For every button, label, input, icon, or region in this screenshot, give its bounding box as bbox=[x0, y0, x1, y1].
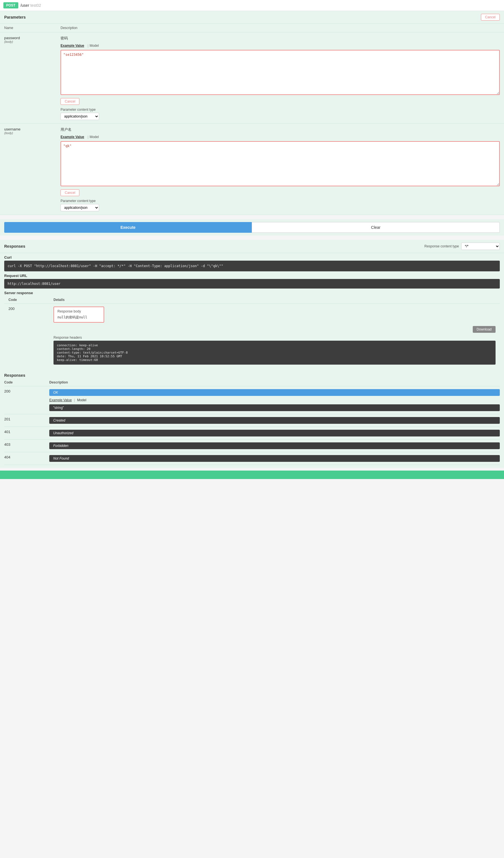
method-badge: POST bbox=[3, 2, 18, 9]
execute-button[interactable]: Execute bbox=[4, 222, 252, 233]
status-badge: Not Found bbox=[49, 455, 500, 462]
bottom-response-row: 401Unauthorized bbox=[4, 427, 500, 440]
bottom-responses-table: Code Description 200OK Example Value | M… bbox=[4, 379, 500, 465]
param1-content-type-label: Parameter content type bbox=[61, 108, 500, 112]
clear-button[interactable]: Clear bbox=[252, 222, 500, 233]
curl-code: curl -X POST "http://localhost:8081/user… bbox=[4, 261, 500, 271]
bottom-response-desc-cell: Not Found bbox=[49, 452, 500, 465]
parameters-cancel-button[interactable]: Cancel bbox=[481, 14, 500, 20]
execute-row: Execute Clear bbox=[0, 219, 504, 236]
param-desc-cell-username: 用户名 Example Value | Model "qk" Cancel Pa… bbox=[56, 124, 504, 215]
param-source-username: (body) bbox=[4, 131, 52, 135]
sr-code-header: Code bbox=[4, 296, 49, 304]
param-desc-cell-password: 密码 Example Value | Model "se123456" Canc… bbox=[56, 32, 504, 124]
bottom-response-code-cell: 401 bbox=[4, 427, 49, 440]
param-label-username: 用户名 bbox=[61, 127, 500, 132]
example-value-badge: "string" bbox=[49, 404, 500, 411]
bottom-response-desc-cell: Unauthorized bbox=[49, 427, 500, 440]
download-row: Download bbox=[53, 326, 495, 333]
status-badge: Forbidden bbox=[49, 442, 500, 449]
bottom-code-header: Code bbox=[4, 379, 49, 386]
download-button[interactable]: Download bbox=[473, 326, 495, 333]
bottom-response-desc-cell: Forbidden bbox=[49, 440, 500, 452]
bottom-response-row: 403Forbidden bbox=[4, 440, 500, 452]
bottom-response-row: 200OK Example Value | Model "string" bbox=[4, 386, 500, 414]
response-content-type-row: Response content type */* application/js… bbox=[424, 243, 500, 250]
param2-actions: Cancel bbox=[61, 189, 500, 196]
server-response-code: 200 bbox=[4, 304, 49, 368]
status-badge: OK bbox=[49, 389, 500, 396]
responses-section-title: Responses bbox=[4, 244, 25, 249]
request-url-label: Request URL bbox=[4, 271, 500, 279]
responses-section-header: Responses Response content type */* appl… bbox=[0, 240, 504, 253]
bottom-response-row: 201Created bbox=[4, 414, 500, 427]
server-response-label: Server response bbox=[4, 288, 500, 296]
param2-tabs: Example Value | Model bbox=[61, 134, 500, 140]
param2-content-type-label: Parameter content type bbox=[61, 199, 500, 203]
bottom-response-desc-cell: OK Example Value | Model "string" bbox=[49, 386, 500, 414]
bottom-response-code-cell: 403 bbox=[4, 440, 49, 452]
bottom-description-header: Description bbox=[49, 379, 500, 386]
param1-model-tab[interactable]: Model bbox=[90, 43, 101, 48]
curl-label: Curl bbox=[4, 253, 500, 261]
bottom-response-code-cell: 200 bbox=[4, 386, 49, 414]
param-row-username: username (body) 用户名 Example Value | Mode… bbox=[0, 124, 504, 215]
param-name-password: password bbox=[4, 36, 52, 40]
status-badge: Unauthorized bbox=[49, 430, 500, 436]
response-headers-label: Response headers bbox=[53, 336, 495, 339]
response-content-type-label: Response content type bbox=[424, 244, 459, 248]
response-body-label: Response body bbox=[58, 309, 100, 313]
param1-cancel-button[interactable]: Cancel bbox=[61, 98, 79, 105]
request-url-box: http://localhost:8081/user bbox=[4, 279, 500, 288]
param-name-cell: password (body) bbox=[0, 32, 56, 124]
param1-textarea[interactable]: "se123456" bbox=[61, 50, 500, 95]
col-description-header: Description bbox=[56, 24, 504, 32]
curl-section: Curl curl -X POST "http://localhost:8081… bbox=[0, 253, 504, 370]
bottom-response-desc-cell: Created bbox=[49, 414, 500, 427]
param2-cancel-button[interactable]: Cancel bbox=[61, 189, 79, 196]
bottom-responses-title: Responses bbox=[4, 373, 25, 378]
param-name-username: username bbox=[4, 127, 52, 131]
response-body-box: Response body null的密码是null bbox=[53, 306, 104, 323]
parameters-table: Name Description password (body) 密码 Exam… bbox=[0, 24, 504, 215]
bottom-green-strip bbox=[0, 471, 504, 479]
bottom-responses-section: Responses Code Description 200OK Example… bbox=[0, 370, 504, 468]
param-label-password: 密码 bbox=[61, 36, 500, 41]
status-badge: Created bbox=[49, 417, 500, 424]
server-response-row: 200 Response body null的密码是null Download … bbox=[4, 304, 500, 368]
param-row-password: password (body) 密码 Example Value | Model… bbox=[0, 32, 504, 124]
server-response-table: Code Details 200 Response body null的密码是n… bbox=[4, 296, 500, 367]
example-value-tab-row: Example Value | Model bbox=[49, 398, 500, 402]
bottom-response-code-cell: 404 bbox=[4, 452, 49, 465]
param-name-cell-username: username (body) bbox=[0, 124, 56, 215]
example-value-tab-btn[interactable]: Example Value bbox=[49, 398, 72, 402]
model-tab-btn[interactable]: Model bbox=[77, 398, 86, 402]
response-body-content: null的密码是null bbox=[58, 315, 100, 320]
param2-example-value-tab[interactable]: Example Value bbox=[61, 134, 86, 140]
response-headers-code: connection: keep-alive content-length: 2… bbox=[53, 341, 495, 365]
parameters-section-header: Parameters Cancel bbox=[0, 11, 504, 24]
param-source-password: (body) bbox=[4, 40, 52, 43]
param2-content-type-select[interactable]: application/json bbox=[61, 204, 99, 211]
col-name-header: Name bbox=[0, 24, 56, 32]
response-content-type-select[interactable]: */* application/json text/plain bbox=[461, 243, 500, 250]
param2-textarea[interactable]: "qk" bbox=[61, 141, 500, 186]
top-bar: POST /user test02 bbox=[0, 0, 504, 11]
sr-details-header: Details bbox=[49, 296, 500, 304]
param1-example-value-tab[interactable]: Example Value bbox=[61, 43, 86, 48]
param1-content-type-select[interactable]: application/json bbox=[61, 113, 99, 120]
endpoint-path: /user test02 bbox=[20, 3, 41, 7]
param1-actions: Cancel bbox=[61, 98, 500, 105]
bottom-response-row: 404Not Found bbox=[4, 452, 500, 465]
param1-tabs: Example Value | Model bbox=[61, 43, 500, 48]
param2-model-tab[interactable]: Model bbox=[90, 134, 101, 140]
server-response-details: Response body null的密码是null Download Resp… bbox=[49, 304, 500, 368]
parameters-section-title: Parameters bbox=[4, 15, 26, 19]
bottom-response-code-cell: 201 bbox=[4, 414, 49, 427]
parameters-container: Name Description password (body) 密码 Exam… bbox=[0, 24, 504, 215]
